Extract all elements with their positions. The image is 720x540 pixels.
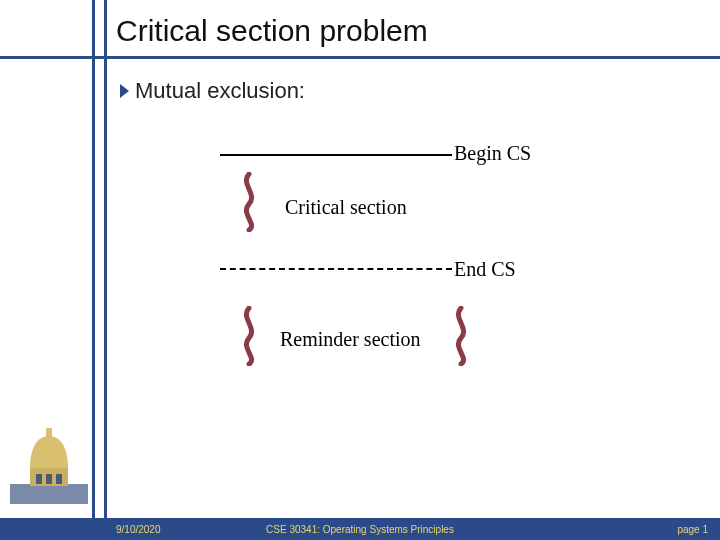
dome-logo-icon (10, 426, 88, 504)
svg-rect-5 (56, 474, 62, 484)
squiggle-icon (234, 306, 264, 366)
solid-line (220, 154, 452, 156)
footer-course: CSE 30341: Operating Systems Principles (266, 524, 454, 535)
squiggle-icon (446, 306, 476, 366)
bullet-row: Mutual exclusion: (120, 78, 305, 104)
diagram: Begin CS Critical section End CS Reminde… (190, 130, 570, 430)
footer-page: page 1 (677, 524, 708, 535)
horizontal-rule (0, 56, 720, 59)
squiggle-icon (234, 172, 264, 232)
label-reminder-section: Reminder section (280, 328, 421, 351)
label-end-cs: End CS (454, 258, 516, 281)
slide-title: Critical section problem (116, 14, 428, 48)
svg-rect-2 (46, 428, 52, 438)
label-critical-section: Critical section (285, 196, 407, 219)
label-begin-cs: Begin CS (454, 142, 531, 165)
bullet-arrow-icon (120, 84, 129, 98)
dashed-line (220, 268, 452, 270)
svg-rect-0 (10, 484, 88, 504)
footer-date: 9/10/2020 (116, 524, 161, 535)
vertical-rule-1 (92, 0, 95, 540)
svg-rect-3 (36, 474, 42, 484)
vertical-rule-2 (104, 0, 107, 540)
bullet-text: Mutual exclusion: (135, 78, 305, 104)
footer-bar: 9/10/2020 CSE 30341: Operating Systems P… (0, 518, 720, 540)
svg-rect-4 (46, 474, 52, 484)
